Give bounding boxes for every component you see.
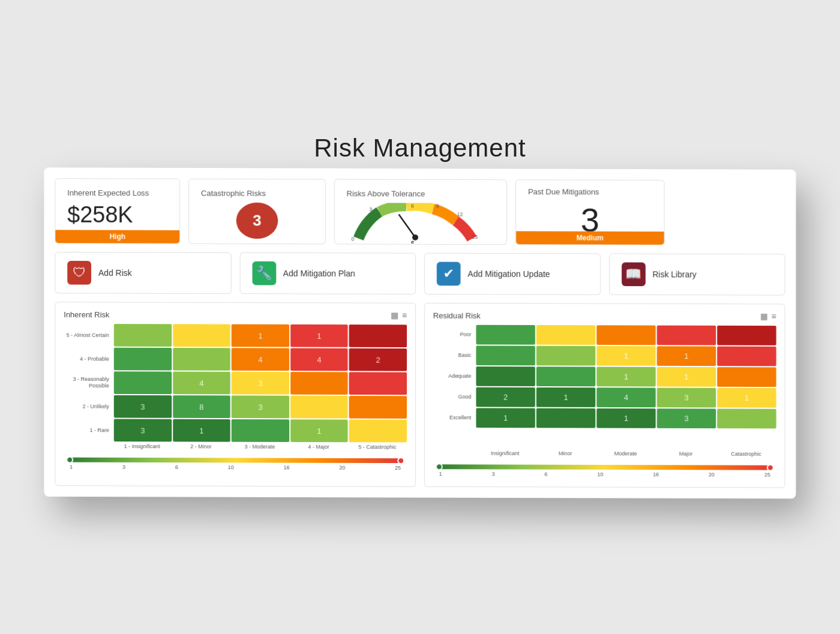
kpi-catastrophic: Catastrophic Risks 3	[188, 178, 326, 244]
rcell-basic-1[interactable]	[476, 345, 535, 365]
rcell-poor-1[interactable]	[476, 324, 535, 344]
cell-3-2[interactable]: 4	[173, 371, 230, 394]
cell-2-3[interactable]: 3	[232, 395, 289, 418]
cell-2-5[interactable]	[349, 395, 407, 418]
heatmap-row: Inherent Risk ▦ ≡ 5 - Almost Certain 1 1	[55, 302, 785, 488]
cell-4-5[interactable]: 2	[349, 348, 407, 371]
cell-3-3[interactable]: 3	[232, 371, 289, 394]
kpi-row: Inherent Expected Loss $258K High Catast…	[55, 178, 785, 245]
rcell-adequate-3[interactable]: 1	[596, 366, 655, 386]
risk-library-button[interactable]: 📖 Risk Library	[609, 253, 785, 295]
rcell-excellent-4[interactable]: 3	[657, 408, 716, 428]
row-label-5: 5 - Almost Certain	[64, 323, 113, 346]
action-row: 🛡 Add Risk 🔧 Add Mitigation Plan ✔ Add M…	[55, 251, 785, 295]
rcell-good-3[interactable]: 4	[596, 387, 655, 407]
cell-5-3[interactable]: 1	[232, 324, 289, 347]
cell-2-4[interactable]	[290, 395, 348, 418]
rcol-major: Major	[656, 450, 716, 458]
cell-1-2[interactable]: 1	[173, 419, 230, 441]
inherent-risk-header: Inherent Risk ▦ ≡	[64, 310, 407, 320]
add-mitigation-button[interactable]: 🔧 Add Mitigation Plan	[239, 252, 416, 294]
rcell-good-5[interactable]: 1	[717, 387, 776, 407]
rcell-basic-4[interactable]: 1	[657, 346, 716, 366]
rcell-poor-5[interactable]	[717, 325, 776, 345]
table-icon-2[interactable]: ▦	[760, 311, 768, 321]
rcell-good-4[interactable]: 3	[657, 387, 716, 407]
risk-library-icon: 📖	[622, 262, 646, 286]
rcol-insignificant: Insignificant	[475, 450, 535, 457]
pastdue-badge: Medium	[516, 231, 664, 244]
inherent-slider[interactable]: 13610162025	[64, 455, 407, 473]
cell-5-5[interactable]	[349, 324, 407, 347]
rcell-excellent-3[interactable]: 1	[596, 408, 655, 428]
rcell-good-1[interactable]: 2	[476, 387, 535, 407]
residual-slider[interactable]: 13610162025	[433, 462, 776, 480]
rcell-excellent-1[interactable]: 1	[476, 408, 535, 428]
rrow-adequate: Adequate	[433, 366, 475, 386]
rcol-minor: Minor	[535, 450, 595, 457]
rcell-basic-5[interactable]	[717, 346, 776, 366]
cell-5-2[interactable]	[173, 324, 230, 347]
add-update-icon: ✔	[437, 262, 461, 286]
risk-library-label: Risk Library	[652, 269, 697, 279]
cell-5-4[interactable]: 1	[290, 324, 348, 347]
rcell-e-2	[536, 429, 595, 449]
rcell-adequate-4[interactable]: 1	[657, 366, 716, 386]
cell-3-5[interactable]	[349, 372, 407, 395]
cell-5-1[interactable]	[114, 324, 172, 347]
residual-x-labels: Insignificant Minor Moderate Major Catas…	[433, 450, 776, 458]
cell-2-2[interactable]: 8	[173, 395, 230, 418]
add-risk-button[interactable]: 🛡 Add Risk	[55, 251, 231, 293]
cell-3-4[interactable]	[290, 372, 348, 395]
rcell-adequate-2[interactable]	[536, 366, 595, 386]
rcell-excellent-5[interactable]	[717, 408, 776, 428]
add-risk-label: Add Risk	[98, 268, 132, 277]
rcell-basic-3[interactable]: 1	[596, 345, 655, 365]
cell-4-1[interactable]	[114, 347, 172, 370]
cell-1-3[interactable]	[232, 419, 289, 442]
slider-numbers: 13610162025	[70, 464, 401, 470]
rrow-good: Good	[433, 387, 475, 407]
residual-slider-left[interactable]	[436, 463, 443, 470]
iel-title: Inherent Expected Loss	[67, 188, 167, 197]
col-1-insignificant: 1 - Insignificant	[113, 443, 172, 450]
rcell-basic-2[interactable]	[536, 345, 595, 365]
rcell-excellent-2[interactable]	[536, 408, 595, 428]
slider-left-dot[interactable]	[66, 456, 73, 463]
inherent-risk-icons[interactable]: ▦ ≡	[391, 310, 407, 320]
rrow-empty	[433, 428, 475, 448]
rcell-e-1	[476, 428, 535, 448]
slider-right-dot[interactable]	[397, 457, 404, 464]
cell-4-4[interactable]: 4	[290, 348, 348, 371]
col-5-catastrophic: 5 - Catastrophic	[348, 444, 407, 451]
add-update-button[interactable]: ✔ Add Mitigation Update	[424, 253, 601, 295]
cell-1-1[interactable]: 3	[114, 419, 172, 441]
kpi-pastdue: Past Due Mitigations 3 Medium	[515, 179, 665, 245]
col-2-minor: 2 - Minor	[172, 443, 230, 450]
cell-1-4[interactable]: 1	[290, 419, 348, 442]
rcell-poor-4[interactable]	[657, 325, 716, 345]
row-label-4: 4 - Probable	[64, 347, 113, 370]
row-label-3: 3 - Reasonably Possible	[64, 371, 113, 394]
menu-icon[interactable]: ≡	[402, 310, 407, 320]
inherent-heatmap-grid: 5 - Almost Certain 1 1 4 - Probable 4 4 …	[64, 323, 407, 442]
cell-3-1[interactable]	[114, 371, 172, 394]
kpi-tolerance: Risks Above Tolerance 0 3 6 9	[334, 179, 507, 245]
menu-icon-2[interactable]: ≡	[772, 311, 776, 321]
cell-2-1[interactable]: 3	[114, 395, 172, 417]
tolerance-gauge: 0 3 6 9 12 15 6	[347, 203, 484, 244]
residual-slider-right[interactable]	[767, 464, 774, 471]
rcell-adequate-1[interactable]	[476, 366, 535, 386]
table-icon[interactable]: ▦	[391, 310, 398, 320]
cell-4-3[interactable]: 4	[232, 348, 289, 371]
page-title: Risk Management	[314, 134, 526, 163]
rcell-adequate-5[interactable]	[717, 367, 776, 387]
svg-line-0	[399, 215, 415, 238]
cell-4-2[interactable]	[173, 347, 230, 370]
residual-risk-icons[interactable]: ▦ ≡	[760, 311, 776, 321]
rrow-excellent: Excellent	[433, 408, 475, 428]
cell-1-5[interactable]	[349, 419, 407, 442]
rcell-poor-2[interactable]	[536, 324, 595, 344]
rcell-good-2[interactable]: 1	[536, 387, 595, 407]
rcell-poor-3[interactable]	[596, 325, 655, 345]
